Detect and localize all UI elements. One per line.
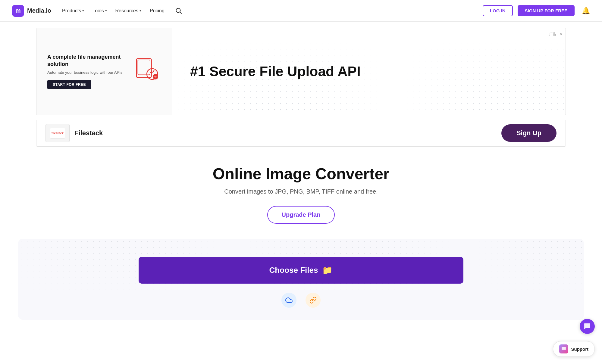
upgrade-plan-button[interactable]: Upgrade Plan — [267, 206, 335, 224]
nav-pricing[interactable]: Pricing — [150, 8, 165, 14]
main-content: Online Image Converter Convert images to… — [0, 147, 602, 239]
nav-left: m Media.io Products ▾ Tools ▾ Resources … — [12, 5, 182, 17]
logo-icon: m — [12, 5, 24, 17]
navbar: m Media.io Products ▾ Tools ▾ Resources … — [0, 0, 602, 22]
svg-line-1 — [180, 12, 181, 14]
filestack-name: Filestack — [74, 129, 103, 137]
file-api-icon — [134, 57, 161, 84]
ad-right-title: #1 Secure File Upload API — [190, 63, 361, 79]
nav-tools[interactable]: Tools ▾ — [92, 8, 107, 14]
link-icon — [306, 293, 321, 308]
filestack-logo: filestack — [45, 124, 70, 142]
ad-title: A complete file management solution — [47, 54, 128, 68]
svg-rect-3 — [138, 60, 150, 75]
search-icon — [175, 8, 182, 14]
ad-cta-button[interactable]: START FOR FREE — [47, 80, 91, 89]
ad-label: 广告 — [549, 32, 557, 37]
chat-fab-button[interactable] — [580, 319, 595, 320]
ad-left: A complete file management solution Auto… — [36, 28, 172, 115]
nav-right: LOG IN SIGN UP FOR FREE 🔔 — [483, 5, 590, 16]
ad-left-text: A complete file management solution Auto… — [47, 54, 128, 89]
ad-signup-button[interactable]: Sign Up — [501, 124, 557, 142]
ad-icon-wrap — [134, 57, 161, 86]
upload-area: Choose Files 📁 — [18, 239, 584, 320]
ad-close-icon[interactable]: × — [560, 32, 562, 36]
logo[interactable]: m Media.io — [12, 5, 51, 17]
ad-filestack: filestack Filestack — [45, 124, 103, 142]
bottom-icons — [30, 293, 572, 308]
ad-banner: A complete file management solution Auto… — [36, 28, 566, 115]
login-button[interactable]: LOG IN — [483, 5, 513, 16]
search-button[interactable] — [175, 8, 182, 14]
folder-icon: 📁 — [322, 265, 333, 275]
signup-button[interactable]: SIGN UP FOR FREE — [518, 5, 575, 16]
page-title: Online Image Converter — [12, 165, 590, 183]
cloud-icon — [281, 293, 296, 308]
logo-text: Media.io — [27, 7, 51, 14]
chevron-down-icon: ▾ — [140, 9, 141, 13]
main-subtitle: Convert images to JPG, PNG, BMP, TIFF on… — [12, 188, 590, 195]
nav-products[interactable]: Products ▾ — [62, 8, 84, 14]
ad-bottom-bar: filestack Filestack Sign Up — [36, 120, 566, 147]
choose-files-button[interactable]: Choose Files 📁 — [139, 257, 464, 284]
chevron-down-icon: ▾ — [105, 9, 107, 13]
bell-icon[interactable]: 🔔 — [582, 7, 590, 15]
chevron-down-icon: ▾ — [82, 9, 84, 13]
ad-sub: Automate your business logic with our AP… — [47, 70, 128, 75]
nav-resources[interactable]: Resources ▾ — [115, 8, 141, 14]
nav-links: Products ▾ Tools ▾ Resources ▾ Pricing — [62, 8, 165, 14]
ad-right: #1 Secure File Upload API — [172, 28, 566, 115]
